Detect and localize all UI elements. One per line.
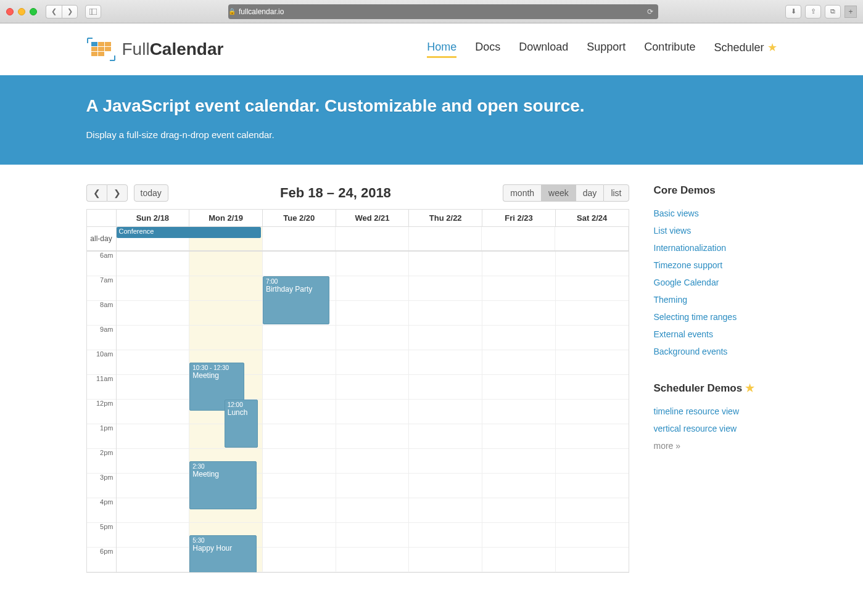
share-button[interactable]: ⇪ [805,5,821,18]
today-button[interactable]: today [134,184,168,202]
time-label: 4pm [87,498,116,523]
sidebar-link[interactable]: Timezone support [654,260,723,270]
nav-download[interactable]: Download [519,41,568,58]
sidebar-link[interactable]: Internationalization [654,243,727,253]
event-title: Happy Hour [192,544,232,552]
gutter-header [87,210,117,226]
nav-support[interactable]: Support [587,41,626,58]
calendar-title: Feb 18 – 24, 2018 [168,185,503,201]
lock-icon: 🔒 [228,8,236,15]
back-button[interactable]: ❮ [46,5,62,18]
sidebar-item: Google Calendar [654,277,777,288]
calendar-widget: ❮ ❯ today Feb 18 – 24, 2018 month week d… [86,184,629,573]
close-window-icon[interactable] [6,8,14,15]
scheduler-demos-list: timeline resource viewvertical resource … [654,406,777,451]
day-column[interactable] [117,252,190,572]
main-nav: Home Docs Download Support Contribute Sc… [427,41,777,58]
sidebar-toggle-button[interactable] [85,5,101,18]
event-time: 12:00 [228,401,255,408]
day-column[interactable] [409,252,482,572]
tabs-button[interactable]: ⧉ [825,5,841,18]
prev-button[interactable]: ❮ [86,184,107,202]
logo[interactable]: FullCalendar [86,37,224,62]
forward-button[interactable]: ❯ [62,5,78,18]
day-header[interactable]: Sat 2/24 [556,210,629,226]
day-header[interactable]: Sun 2/18 [117,210,190,226]
sidebar-link[interactable]: Selecting time ranges [654,312,737,322]
day-header[interactable]: Fri 2/23 [482,210,556,226]
allday-cell[interactable] [482,227,555,250]
calendar-event[interactable]: 12:00Lunch [225,400,258,448]
allday-event[interactable]: Conference [117,227,262,238]
day-header[interactable]: Tue 2/20 [263,210,336,226]
next-button[interactable]: ❯ [107,184,128,202]
sidebar-item: External events [654,329,777,340]
day-column[interactable]: 10:30 - 12:30Meeting12:00Lunch2:30Meetin… [189,252,263,572]
sidebar-item: timeline resource view [654,406,777,417]
maximize-window-icon[interactable] [30,8,37,15]
view-day-button[interactable]: day [576,184,604,202]
sidebar-item: more » [654,440,777,451]
day-column[interactable] [336,252,410,572]
allday-cells: Conference [117,227,629,250]
logo-text: FullCalendar [122,39,224,59]
allday-label: all-day [87,227,117,250]
hero-subline: Display a full-size drag-n-drop event ca… [86,129,777,140]
view-week-button[interactable]: week [541,184,576,202]
nav-docs[interactable]: Docs [475,41,500,58]
allday-cell[interactable] [263,227,336,250]
day-column[interactable] [482,252,556,572]
day-header[interactable]: Mon 2/19 [189,210,263,226]
new-tab-button[interactable]: + [844,6,857,18]
event-title: Meeting [192,371,219,380]
time-label: 7am [87,276,116,301]
view-list-button[interactable]: list [603,184,629,202]
nav-back-forward: ❮ ❯ [46,5,78,18]
sidebar-link[interactable]: timeline resource view [654,406,740,416]
day-column[interactable] [556,252,629,572]
allday-cell[interactable] [555,227,629,250]
nav-home[interactable]: Home [427,41,456,58]
minimize-window-icon[interactable] [18,8,25,15]
day-header[interactable]: Wed 2/21 [336,210,410,226]
time-label: 1pm [87,424,116,449]
allday-cell[interactable] [336,227,409,250]
main-content: ❮ ❯ today Feb 18 – 24, 2018 month week d… [74,165,790,573]
window-controls [6,8,37,15]
hero-banner: A JavaScript event calendar. Customizabl… [0,75,863,165]
time-label: 9am [87,326,116,350]
sidebar-link[interactable]: vertical resource view [654,424,737,433]
day-header[interactable]: Thu 2/22 [409,210,482,226]
sidebar-link[interactable]: Basic views [654,208,699,218]
sidebar-link[interactable]: Background events [654,347,728,356]
calendar-event[interactable]: 5:30Happy Hour [189,535,256,572]
time-body: 6am7am8am9am10am11am12pm1pm2pm3pm4pm5pm6… [87,252,629,572]
scheduler-demos-heading: Scheduler Demos ★ [654,382,777,395]
calendar-event[interactable]: 2:30Meeting [189,461,256,509]
downloads-button[interactable]: ⬇ [785,5,801,18]
sidebar-link[interactable]: Google Calendar [654,277,719,287]
more-link[interactable]: more » [654,441,681,451]
calendar-event[interactable]: 7:00Birthday Party [263,276,329,324]
time-label: 3pm [87,474,116,498]
event-title: Meeting [192,470,219,478]
sidebar-link[interactable]: External events [654,329,714,339]
svg-rect-2 [91,42,97,46]
sidebar-item: vertical resource view [654,423,777,434]
time-label: 6am [87,252,116,276]
reload-icon[interactable]: ⟳ [647,7,653,16]
url-bar[interactable]: 🔒 fullcalendar.io ⟳ [228,4,658,19]
sidebar-item: Timezone support [654,260,777,271]
day-column[interactable]: 7:00Birthday Party [263,252,336,572]
nav-scheduler[interactable]: Scheduler ★ [714,41,777,58]
view-month-button[interactable]: month [503,184,541,202]
allday-cell[interactable] [409,227,482,250]
svg-rect-0 [89,9,97,15]
sidebar-link[interactable]: Theming [654,295,687,305]
day-columns: 10:30 - 12:30Meeting12:00Lunch2:30Meetin… [117,252,629,572]
svg-rect-3 [98,42,104,46]
allday-row: all-day Conference [87,227,629,252]
nav-contribute[interactable]: Contribute [644,41,695,58]
time-label: 12pm [87,400,116,424]
sidebar-link[interactable]: List views [654,226,692,236]
